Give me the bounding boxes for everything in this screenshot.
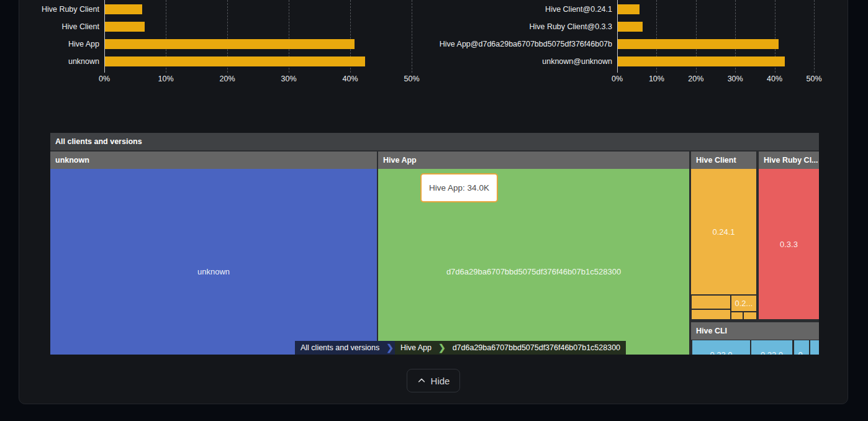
treemap-tile-0-23-0[interactable]: 0.23.0 [692, 340, 750, 355]
axis-tick-label: 20% [209, 75, 246, 83]
axis-tick-label: 50% [795, 75, 833, 83]
chevron-right-icon: ❯ [437, 341, 447, 355]
treemap-tile-label: 0.3.3 [780, 240, 798, 249]
treemap-pathbar: All clients and versions❯Hive App❯d7d6a2… [295, 341, 626, 355]
pathbar-crumb-label: All clients and versions [301, 343, 379, 352]
axis-tick-label: 10% [638, 75, 675, 83]
category-label-hive-ruby-client: Hive Ruby Client [0, 3, 99, 16]
bar-hive-client [105, 22, 145, 32]
treemap-tile-0-24-1[interactable]: 0.24.1 [691, 169, 756, 294]
category-label-unknown: unknown [0, 55, 99, 68]
bar-hive-ruby-client [105, 4, 142, 14]
chevron-up-icon [417, 376, 426, 385]
hide-button[interactable]: Hide [407, 369, 460, 392]
bar-hive-app-d7d6a29ba6707bbd5075df376f46b07 [618, 39, 779, 49]
treemap-tile-label: unknown [197, 267, 230, 276]
treemap-header-unknown[interactable]: unknown [50, 152, 377, 169]
treemap-header-hive-client[interactable]: Hive Client [691, 152, 756, 169]
axis-tick-label: 40% [756, 75, 793, 83]
bar-hive-client-0-24-1 [618, 4, 640, 14]
treemap-header-hive-ruby-cl[interactable]: Hive Ruby Cl... [759, 152, 819, 169]
pathbar-crumb-d7d6a29ba6707bbd5075df376f46b07b1c528300[interactable]: d7d6a29ba6707bbd5075df376f46b07b1c528300 [447, 341, 626, 355]
bar-unknown-unknown [618, 57, 785, 66]
treemap-tile-0[interactable]: 0. [794, 340, 809, 355]
treemap-header-label: Hive Client [696, 156, 736, 165]
category-label-hive-app-d7d6a29ba6707bbd5075df376f46b07: Hive App@d7d6a29ba6707bbd5075df376f46b07… [428, 38, 612, 50]
treemap-hover-tooltip: Hive App: 34.0K [420, 173, 498, 202]
category-label-hive-client-0-24-1: Hive Client@0.24.1 [428, 3, 612, 16]
bar-chart-clients-plot [104, 0, 412, 73]
treemap-header-label: Hive App [383, 156, 417, 165]
treemap-tile-label: d7d6a29ba6707bbd5075df376f46b07b1c528300 [446, 267, 621, 276]
treemap-tile-blank[interactable] [692, 310, 730, 319]
gridline [814, 0, 815, 73]
chevron-right-icon: ❯ [385, 341, 395, 355]
axis-tick-label: 0% [86, 75, 123, 83]
axis-tick-label: 30% [270, 75, 307, 83]
treemap-tile-blank[interactable] [731, 312, 743, 319]
treemap-header-label: Hive CLI [696, 327, 727, 335]
bar-hive-app [105, 39, 355, 49]
treemap-tile-unknown[interactable]: unknown [50, 169, 377, 355]
bar-unknown [105, 57, 365, 66]
gridline [412, 0, 412, 73]
axis-tick-label: 30% [717, 75, 754, 83]
bar-chart-client-versions-plot [617, 0, 815, 73]
treemap-tile-label: 0. [798, 350, 805, 355]
category-label-hive-app: Hive App [0, 38, 99, 50]
treemap-tile-0-2[interactable]: 0.2... [731, 296, 756, 311]
treemap-tile-label: 0.23.0 [710, 350, 732, 355]
treemap-tile-label: 0.24.1 [712, 227, 735, 237]
axis-tick-label: 50% [393, 75, 430, 83]
treemap-tile-label: 0.22.0 [761, 350, 783, 355]
treemap-header-label: Hive Ruby Cl... [764, 156, 818, 165]
pathbar-crumb-hive-app[interactable]: Hive App [395, 341, 437, 355]
category-label-hive-ruby-client-0-3-3: Hive Ruby Client@0.3.3 [428, 20, 612, 33]
treemap-header-label: All clients and versions [55, 137, 142, 146]
axis-tick-label: 0% [599, 75, 636, 83]
treemap-tile-blank[interactable] [692, 296, 730, 309]
treemap-header-label: unknown [55, 156, 89, 165]
hide-button-label: Hide [431, 376, 450, 386]
treemap-tile-0-3-3[interactable]: 0.3.3 [759, 169, 819, 319]
treemap-tile-blank[interactable] [810, 340, 819, 355]
axis-tick-label: 40% [332, 75, 369, 83]
treemap-tile-0-22-0[interactable]: 0.22.0 [751, 340, 792, 355]
pathbar-crumb-label: d7d6a29ba6707bbd5075df376f46b07b1c528300 [453, 343, 620, 352]
treemap-all-clients-and-versions: All clients and versionsunknownunknownHi… [50, 133, 819, 355]
treemap-tile-label: 0.2... [735, 299, 753, 308]
treemap-header-hive-app[interactable]: Hive App [378, 152, 689, 169]
treemap-hover-tooltip-text: Hive App: 34.0K [429, 183, 489, 192]
pathbar-crumb-all-clients-and-versions[interactable]: All clients and versions [295, 341, 385, 355]
treemap-header-hive-cli[interactable]: Hive CLI [691, 322, 819, 340]
pathbar-crumb-label: Hive App [400, 343, 432, 352]
category-label-hive-client: Hive Client [0, 20, 99, 33]
treemap-header-all-clients-and-versions[interactable]: All clients and versions [50, 133, 819, 150]
treemap-tile-blank[interactable] [744, 312, 756, 319]
category-label-unknown-unknown: unknown@unknown [428, 55, 612, 68]
bar-hive-ruby-client-0-3-3 [618, 22, 643, 32]
bar-chart-client-versions: Hive Client@0.24.1Hive Ruby Client@0.3.3… [428, 0, 868, 87]
axis-tick-label: 10% [147, 75, 184, 83]
bar-chart-clients: Hive Ruby ClientHive ClientHive Appunkno… [0, 0, 435, 87]
axis-tick-label: 20% [677, 75, 715, 83]
